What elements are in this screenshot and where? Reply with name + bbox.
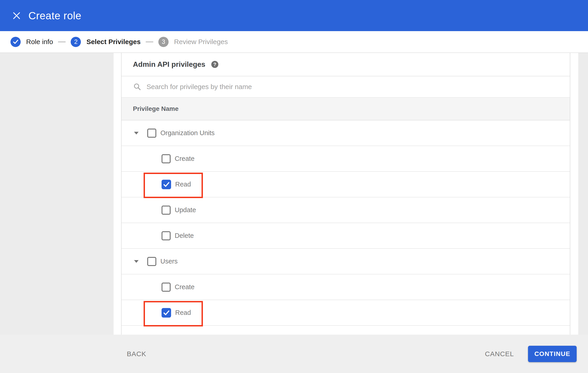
privilege-checkbox[interactable] xyxy=(162,206,171,215)
step-label: Select Privileges xyxy=(86,38,140,46)
step-review-privileges[interactable]: 3 Review Privileges xyxy=(158,37,228,47)
highlight-box xyxy=(144,173,203,198)
step-connector xyxy=(146,41,153,42)
continue-button[interactable]: CONTINUE xyxy=(528,346,577,362)
privilege-label: Create xyxy=(175,283,194,291)
privilege-row: Read xyxy=(122,300,570,326)
close-icon xyxy=(12,11,21,20)
privilege-row: Delete xyxy=(122,223,570,249)
dialog-title: Create role xyxy=(28,10,81,22)
section-title: Admin API privileges xyxy=(133,60,205,69)
privilege-row: Users xyxy=(122,249,570,274)
step-label: Role info xyxy=(26,38,53,46)
help-icon[interactable]: ? xyxy=(211,61,218,68)
step-number: 2 xyxy=(71,37,81,47)
privilege-label: Users xyxy=(160,258,178,265)
privilege-label: Create xyxy=(175,155,194,162)
privilege-row: Create xyxy=(122,274,570,300)
privilege-checkbox[interactable] xyxy=(162,231,171,240)
step-label: Review Privileges xyxy=(174,38,228,46)
privilege-row: Organization Units xyxy=(122,120,570,146)
privilege-rows: Organization UnitsCreateReadUpdateDelete… xyxy=(122,120,570,326)
privilege-checkbox[interactable] xyxy=(162,283,171,292)
search-icon xyxy=(133,83,141,91)
step-select-privileges[interactable]: 2 Select Privileges xyxy=(71,37,140,47)
dialog-header: Create role xyxy=(0,0,588,31)
privilege-checkbox[interactable] xyxy=(162,180,171,189)
search-input[interactable] xyxy=(147,83,487,91)
privilege-row: Create xyxy=(122,146,570,172)
privilege-label: Update xyxy=(175,206,196,214)
section-heading: Admin API privileges ? xyxy=(122,53,570,76)
step-completed-check-icon xyxy=(10,37,21,47)
back-button[interactable]: BACK xyxy=(127,350,146,358)
cancel-button[interactable]: CANCEL xyxy=(485,350,514,358)
privilege-label: Read xyxy=(175,309,191,316)
privilege-label: Organization Units xyxy=(160,129,215,137)
privilege-checkbox[interactable] xyxy=(162,308,171,318)
privilege-search-row xyxy=(122,76,570,98)
privilege-checkbox[interactable] xyxy=(147,129,156,138)
privileges-card: Admin API privileges ? Privilege Name Or… xyxy=(121,53,570,335)
step-role-info[interactable]: Role info xyxy=(10,37,53,47)
privilege-checkbox[interactable] xyxy=(162,154,171,163)
dialog-body: Admin API privileges ? Privilege Name Or… xyxy=(0,53,588,335)
step-connector xyxy=(58,41,66,42)
close-button[interactable] xyxy=(10,9,23,22)
table-header: Privilege Name xyxy=(122,98,570,120)
expand-arrow-icon[interactable] xyxy=(134,132,139,135)
dialog-footer: BACK CANCEL CONTINUE xyxy=(0,335,588,373)
step-number: 3 xyxy=(158,37,168,47)
privilege-label: Delete xyxy=(175,232,194,239)
privilege-label: Read xyxy=(175,181,191,188)
privilege-row: Read xyxy=(122,172,570,197)
column-header-privilege-name: Privilege Name xyxy=(133,105,178,113)
scroll-panel: Admin API privileges ? Privilege Name Or… xyxy=(114,53,578,335)
highlight-box xyxy=(144,301,203,326)
privilege-checkbox[interactable] xyxy=(147,257,156,266)
privilege-row: Update xyxy=(122,197,570,223)
expand-arrow-icon[interactable] xyxy=(134,260,139,263)
stepper: Role info 2 Select Privileges 3 Review P… xyxy=(0,31,588,53)
